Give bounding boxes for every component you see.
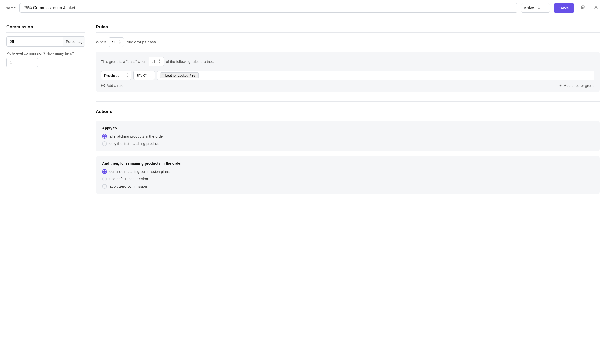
actions-section: Actions Apply to all matching products i… [96, 101, 600, 194]
group-pass-chevron-icon: ▲▼ [159, 59, 161, 64]
tag-leather-jacket: × Leather Jacket (#35) [160, 72, 199, 78]
add-group-label: Add another group [564, 83, 594, 88]
rule-field-chevron-icon: ▲▼ [126, 73, 128, 78]
remaining-group: And then, for remaining products in the … [96, 156, 600, 194]
zero-commission-radio[interactable] [102, 184, 107, 189]
tag-input-box[interactable]: × Leather Jacket (#35) [157, 71, 594, 80]
rules-section: Rules When all any ▲▼ rule groups pass T… [96, 24, 600, 92]
name-input[interactable] [19, 3, 517, 13]
tiers-label: Multi-level commission? How many tiers? [6, 51, 85, 56]
pass-prefix-text: This group is a "pass" when [101, 59, 147, 64]
save-button[interactable]: Save [554, 3, 574, 13]
zero-commission-radio-row[interactable]: apply zero commission [102, 184, 593, 189]
rule-field-select[interactable]: Product Order Total Customer Quantity [104, 73, 125, 78]
rule-row: Product Order Total Customer Quantity ▲▼… [101, 71, 594, 80]
trash-icon [580, 5, 585, 10]
add-group-button[interactable]: Add another group [558, 83, 594, 88]
commission-type-wrapper[interactable]: Percentage (%) Fixed ($) ▲▼ [63, 37, 85, 46]
rule-footer: Add a rule Add another group [101, 83, 594, 88]
when-suffix-text: rule groups pass [127, 40, 156, 44]
commission-type-select[interactable]: Percentage (%) Fixed ($) [66, 39, 85, 44]
add-rule-label: Add a rule [107, 83, 123, 88]
when-chevron-icon: ▲▼ [119, 39, 121, 45]
rule-group-box: This group is a "pass" when all any ▲▼ o… [96, 52, 600, 92]
status-select[interactable]: Active Inactive [524, 6, 537, 10]
apply-to-title: Apply to [102, 126, 593, 130]
use-default-radio[interactable] [102, 177, 107, 181]
apply-all-radio[interactable] [102, 134, 107, 139]
apply-all-radio-row[interactable]: all matching products in the order [102, 134, 593, 139]
commission-section-title: Commission [6, 24, 85, 33]
zero-commission-label: apply zero commission [109, 184, 147, 188]
group-pass-select[interactable]: all any [152, 59, 158, 64]
status-chevron-icon: ▲▼ [538, 5, 540, 11]
continue-matching-radio[interactable] [102, 169, 107, 174]
use-default-radio-row[interactable]: use default commission [102, 177, 593, 181]
rule-condition-chevron-icon: ▲▼ [150, 73, 152, 78]
group-pass-selector[interactable]: all any ▲▼ [149, 57, 164, 66]
group-pass-row: This group is a "pass" when all any ▲▼ o… [101, 57, 594, 66]
when-selector[interactable]: all any ▲▼ [109, 37, 124, 47]
when-row: When all any ▲▼ rule groups pass [96, 37, 600, 47]
right-panel: Rules When all any ▲▼ rule groups pass T… [96, 24, 600, 356]
commission-input-row: Percentage (%) Fixed ($) ▲▼ [6, 36, 85, 47]
when-label: When [96, 40, 106, 44]
close-button[interactable] [591, 3, 601, 12]
apply-first-radio-row[interactable]: only the first matching product [102, 141, 593, 146]
name-label: Name [5, 6, 16, 10]
delete-button[interactable] [578, 4, 588, 12]
actions-section-title: Actions [96, 102, 600, 117]
rule-field-selector[interactable]: Product Order Total Customer Quantity ▲▼ [101, 71, 131, 80]
apply-to-group: Apply to all matching products in the or… [96, 121, 600, 151]
tag-label: Leather Jacket (#35) [165, 73, 196, 77]
continue-matching-label: continue matching commission plans [109, 169, 170, 174]
close-icon [593, 4, 599, 10]
commission-panel: Commission Percentage (%) Fixed ($) ▲▼ M… [6, 24, 85, 356]
rule-condition-selector[interactable]: any of none of all of ▲▼ [133, 71, 155, 80]
when-select[interactable]: all any [112, 40, 118, 44]
rules-section-title: Rules [96, 24, 600, 33]
tiers-input[interactable] [6, 58, 38, 67]
plus-square-icon [558, 83, 563, 88]
header: Name Active Inactive ▲▼ Save [0, 0, 606, 16]
main-content: Commission Percentage (%) Fixed ($) ▲▼ M… [0, 16, 606, 364]
plus-circle-icon [101, 83, 105, 88]
add-rule-button[interactable]: Add a rule [101, 83, 123, 88]
apply-first-radio[interactable] [102, 141, 107, 146]
apply-first-label: only the first matching product [109, 142, 159, 146]
commission-value-input[interactable] [7, 37, 63, 46]
use-default-label: use default commission [109, 177, 148, 181]
tag-remove-button[interactable]: × [162, 74, 164, 77]
remaining-title: And then, for remaining products in the … [102, 161, 593, 166]
pass-suffix-text: of the following rules are true. [166, 59, 214, 64]
continue-matching-radio-row[interactable]: continue matching commission plans [102, 169, 593, 174]
rule-condition-select[interactable]: any of none of all of [136, 73, 149, 77]
status-selector[interactable]: Active Inactive ▲▼ [521, 3, 550, 13]
apply-all-label: all matching products in the order [109, 134, 164, 138]
